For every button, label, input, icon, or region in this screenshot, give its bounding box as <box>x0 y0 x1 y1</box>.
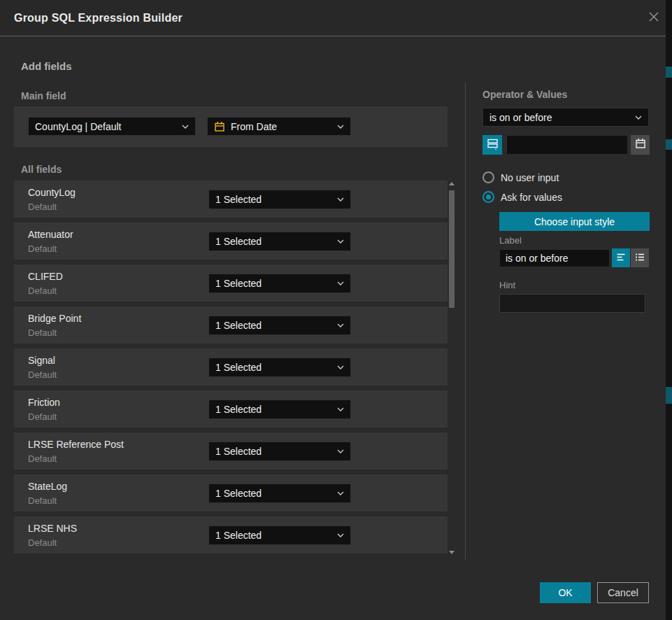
field-values-select-value: 1 Selected <box>215 362 333 373</box>
main-field-select[interactable]: From Date <box>207 117 351 136</box>
background-highlight <box>666 387 672 404</box>
field-values-select[interactable]: 1 Selected <box>208 274 351 293</box>
field-row: LRSE NHS Default 1 Selected <box>14 516 448 554</box>
radio-no-user-input-label: No user input <box>501 172 559 183</box>
operator-select-value: is on or before <box>489 112 631 123</box>
operator-values-heading: Operator & Values <box>482 89 567 100</box>
field-subtitle: Default <box>28 327 57 338</box>
background-highlight <box>666 139 672 150</box>
label-label: Label <box>499 235 522 246</box>
close-icon <box>647 10 661 27</box>
calendar-icon <box>214 121 225 132</box>
main-field-box: CountyLog | Default From Date <box>14 106 448 147</box>
add-fields-heading: Add fields <box>21 60 72 72</box>
field-values-select[interactable]: 1 Selected <box>208 442 351 461</box>
field-subtitle: Default <box>28 244 57 254</box>
label-input[interactable] <box>499 249 610 267</box>
field-name: Friction <box>28 397 60 408</box>
chevron-down-icon <box>337 449 344 453</box>
chevron-down-icon <box>337 323 344 327</box>
field-values-select[interactable]: 1 Selected <box>208 484 351 503</box>
single-line-style-button[interactable] <box>612 248 630 267</box>
field-row: Signal Default 1 Selected <box>14 348 448 386</box>
ok-button[interactable]: OK <box>540 582 591 603</box>
field-values-select-value: 1 Selected <box>215 194 333 205</box>
calendar-icon <box>635 138 646 152</box>
scroll-up-icon[interactable] <box>449 182 455 185</box>
field-values-select[interactable]: 1 Selected <box>208 400 351 419</box>
unique-values-icon <box>487 138 499 153</box>
field-values-select[interactable]: 1 Selected <box>208 526 351 545</box>
field-subtitle: Default <box>28 286 57 296</box>
field-name: Signal <box>28 355 55 366</box>
background-highlight <box>666 66 672 78</box>
field-values-select[interactable]: 1 Selected <box>208 232 351 251</box>
main-field-heading: Main field <box>21 90 66 101</box>
list-style-button[interactable] <box>631 248 649 267</box>
field-row: Friction Default 1 Selected <box>14 390 448 428</box>
field-values-select-value: 1 Selected <box>215 446 333 457</box>
field-name: Bridge Point <box>28 313 81 324</box>
field-row: Attenuator Default 1 Selected <box>14 223 448 260</box>
chevron-down-icon <box>337 491 344 495</box>
chevron-down-icon <box>337 533 344 537</box>
chevron-down-icon <box>337 365 344 369</box>
field-subtitle: Default <box>28 537 57 548</box>
field-subtitle: Default <box>28 411 57 422</box>
radio-ask-for-values-label: Ask for values <box>501 192 562 203</box>
field-name: CLIFED <box>28 271 63 282</box>
field-subtitle: Default <box>28 369 57 380</box>
layer-select[interactable]: CountyLog | Default <box>28 117 196 136</box>
chevron-down-icon <box>337 197 344 202</box>
chevron-down-icon <box>337 239 344 244</box>
date-picker-button[interactable] <box>631 135 650 155</box>
chevron-down-icon <box>182 125 189 129</box>
field-name: LRSE NHS <box>28 523 77 534</box>
chevron-down-icon <box>337 407 344 411</box>
hint-input[interactable] <box>499 294 645 313</box>
align-left-icon <box>615 251 627 265</box>
field-values-select[interactable]: 1 Selected <box>208 190 351 209</box>
chevron-down-icon <box>337 125 344 129</box>
field-name: Attenuator <box>28 229 73 240</box>
main-field-select-value: From Date <box>231 121 333 132</box>
field-values-select-value: 1 Selected <box>215 320 333 331</box>
value-input[interactable] <box>506 135 628 155</box>
dialog-titlebar: Group SQL Expression Builder <box>0 0 666 36</box>
field-values-select[interactable]: 1 Selected <box>208 316 351 335</box>
scroll-down-icon[interactable] <box>449 551 455 554</box>
field-values-select-value: 1 Selected <box>215 530 333 541</box>
list-icon <box>634 251 645 265</box>
cancel-button-label: Cancel <box>608 587 638 598</box>
field-values-select-value: 1 Selected <box>215 236 333 247</box>
all-fields-list: CountyLog Default 1 Selected Attenuator … <box>14 181 448 555</box>
field-row: StateLog Default 1 Selected <box>14 474 448 512</box>
operator-select[interactable]: is on or before <box>482 108 649 127</box>
all-fields-heading: All fields <box>21 164 62 175</box>
field-values-select-value: 1 Selected <box>215 278 333 289</box>
chevron-down-icon <box>337 281 344 286</box>
scrollbar-thumb[interactable] <box>449 190 455 308</box>
chevron-down-icon <box>635 115 642 120</box>
field-name: LRSE Reference Post <box>28 439 124 450</box>
choose-input-style-button[interactable]: Choose input style <box>499 212 650 231</box>
choose-input-style-label: Choose input style <box>534 216 615 227</box>
field-row: CLIFED Default 1 Selected <box>14 265 448 302</box>
field-subtitle: Default <box>28 202 57 212</box>
field-values-select-value: 1 Selected <box>215 488 333 499</box>
radio-checked-icon <box>482 191 494 203</box>
close-button[interactable] <box>645 9 663 27</box>
field-values-select-value: 1 Selected <box>215 404 333 415</box>
field-row: LRSE Reference Post Default 1 Selected <box>14 432 448 470</box>
radio-no-user-input[interactable]: No user input <box>482 171 559 183</box>
unique-values-button[interactable] <box>482 135 502 155</box>
radio-unchecked-icon <box>482 171 494 183</box>
field-row: Bridge Point Default 1 Selected <box>14 307 448 344</box>
field-values-select[interactable]: 1 Selected <box>208 358 351 377</box>
layer-select-value: CountyLog | Default <box>35 121 178 132</box>
list-scrollbar[interactable] <box>448 181 455 558</box>
cancel-button[interactable]: Cancel <box>597 582 649 603</box>
group-sql-expression-builder-dialog: Group SQL Expression Builder Add fields … <box>0 0 672 620</box>
ok-button-label: OK <box>558 587 572 598</box>
radio-ask-for-values[interactable]: Ask for values <box>482 191 562 203</box>
